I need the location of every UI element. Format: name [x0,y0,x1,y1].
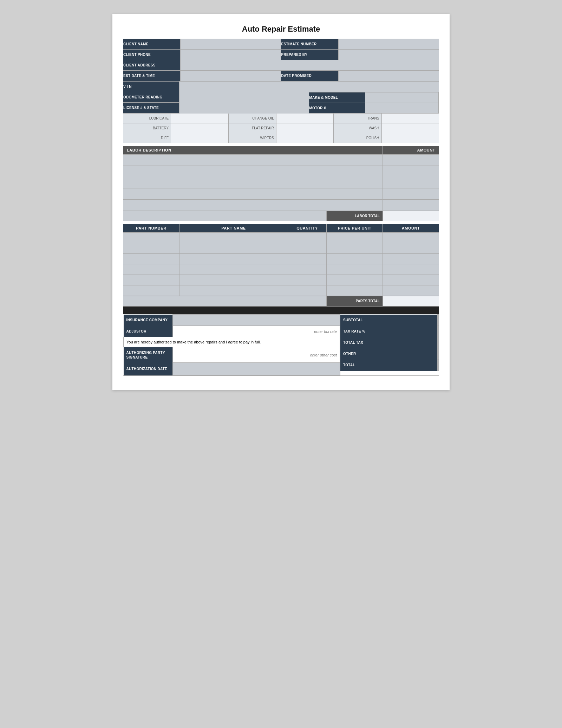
parts-row-4-amt[interactable] [383,264,439,275]
parts-row-5-amt[interactable] [383,275,439,285]
make-model-value[interactable] [365,92,439,103]
parts-row-4-qty[interactable] [288,264,327,275]
labor-row-5-desc[interactable] [123,200,383,211]
diff-label: DIFF [123,133,171,143]
lubricate-value[interactable] [171,114,228,123]
change-oil-label: CHANGE OIL [228,114,276,123]
trans-value[interactable] [381,114,439,123]
parts-row-5-qty[interactable] [288,275,327,285]
parts-row-5-num[interactable] [123,275,179,285]
parts-row-6-qty[interactable] [288,285,327,296]
parts-row-1-name[interactable] [179,233,288,243]
parts-row-3-num[interactable] [123,254,179,264]
parts-row-1-amt[interactable] [383,233,439,243]
est-date-time-value[interactable] [181,71,281,81]
labor-total-value[interactable] [383,211,439,221]
part-number-header: PART NUMBER [123,224,179,232]
parts-row-6-name[interactable] [179,285,288,296]
parts-row-3-amt[interactable] [383,254,439,264]
labor-row-3-desc[interactable] [123,177,383,188]
parts-row-6-amt[interactable] [383,285,439,296]
motor-value[interactable] [365,103,439,114]
parts-row-2-ppu[interactable] [327,243,383,254]
license-label: LICENSE # & STATE [123,103,179,113]
parts-row-2-name[interactable] [179,243,288,254]
flat-repair-value[interactable] [276,123,333,133]
parts-row-5-name[interactable] [179,275,288,285]
parts-row-1-ppu[interactable] [327,233,383,243]
motor-label: MOTOR # [309,103,365,114]
parts-header: PART NUMBER PART NAME QUANTITY PRICE PER… [123,224,439,232]
estimate-number-value[interactable] [338,39,439,50]
bottom-section: INSURANCE COMPANY ADJUSTOR enter tax rat… [123,314,439,376]
battery-value[interactable] [171,123,228,133]
client-name-value[interactable] [181,39,281,50]
parts-row-3-ppu[interactable] [327,254,383,264]
parts-row-2-qty[interactable] [288,243,327,254]
tax-rate-label: TAX RATE % [340,326,437,337]
parts-row-6-num[interactable] [123,285,179,296]
vin-row: V I N ODOMETER READING MAKE & MODEL LICE… [123,81,439,113]
labor-row-5-amt[interactable] [383,200,439,211]
parts-row-4-num[interactable] [123,264,179,275]
authorizing-party-value[interactable]: enter other cost [173,347,340,363]
labor-row-2-amt[interactable] [383,166,439,177]
page-title: Auto Repair Estimate [123,25,439,34]
parts-row-6-ppu[interactable] [327,285,383,296]
labor-header: LABOR DESCRIPTION AMOUNT [123,146,439,154]
odometer-label: ODOMETER READING [123,92,179,103]
subtotal-label: SUBTOTAL [340,315,437,326]
diff-value[interactable] [171,133,228,143]
wash-value[interactable] [381,123,439,133]
client-phone-value[interactable] [181,50,281,60]
other-value[interactable] [437,348,438,360]
prepared-by-value[interactable] [338,50,439,60]
subtotal-value[interactable] [437,315,438,326]
labor-body [123,154,439,211]
authorization-date-label: AUTHORIZATION DATE [124,363,173,375]
date-promised-value[interactable] [338,71,439,81]
insurance-company-label: INSURANCE COMPANY [124,315,173,326]
parts-row-2-num[interactable] [123,243,179,254]
parts-row-4-name[interactable] [179,264,288,275]
parts-row-4-ppu[interactable] [327,264,383,275]
info-grid: CLIENT NAME ESTIMATE NUMBER CLIENT PHONE… [123,39,439,81]
parts-row-2-amt[interactable] [383,243,439,254]
parts-row-1-num[interactable] [123,233,179,243]
misc-row [123,306,439,314]
odometer-area: MAKE & MODEL [179,92,439,103]
authorization-date-value[interactable] [173,363,340,375]
vin-value[interactable] [179,82,439,92]
polish-value[interactable] [381,133,439,143]
labor-row-3-amt[interactable] [383,177,439,188]
auth-text: You are hereby authorized to make the ab… [124,337,340,347]
labor-total-label: LABOR TOTAL [327,211,383,221]
client-address-value[interactable] [181,60,439,71]
parts-total-row: PARTS TOTAL [123,296,439,306]
labor-amount-header: AMOUNT [383,146,439,154]
labor-row-4-amt[interactable] [383,188,439,200]
insurance-company-value[interactable] [173,315,340,326]
labor-row-2-desc[interactable] [123,166,383,177]
wipers-value[interactable] [276,133,333,143]
adjustor-value[interactable]: enter tax rate [173,326,340,337]
estimate-number-label: ESTIMATE NUMBER [281,39,338,50]
client-phone-label: CLIENT PHONE [123,50,181,60]
parts-row-1-qty[interactable] [288,233,327,243]
labor-row-1-desc[interactable] [123,155,383,166]
parts-row-3-name[interactable] [179,254,288,264]
change-oil-value[interactable] [276,114,333,123]
labor-row-4-desc[interactable] [123,188,383,200]
parts-row-3-qty[interactable] [288,254,327,264]
parts-total-value[interactable] [383,296,439,306]
parts-row-5-ppu[interactable] [327,275,383,285]
total-label: TOTAL [340,360,437,371]
total-value[interactable] [437,360,438,371]
client-address-label: CLIENT ADDRESS [123,60,181,71]
total-tax-label: TOTAL TAX [340,337,437,348]
flat-repair-label: FLAT REPAIR [228,123,276,133]
tax-rate-value[interactable] [437,326,438,337]
total-tax-value[interactable] [437,337,438,348]
other-label: OTHER [340,348,437,360]
labor-row-1-amt[interactable] [383,155,439,166]
